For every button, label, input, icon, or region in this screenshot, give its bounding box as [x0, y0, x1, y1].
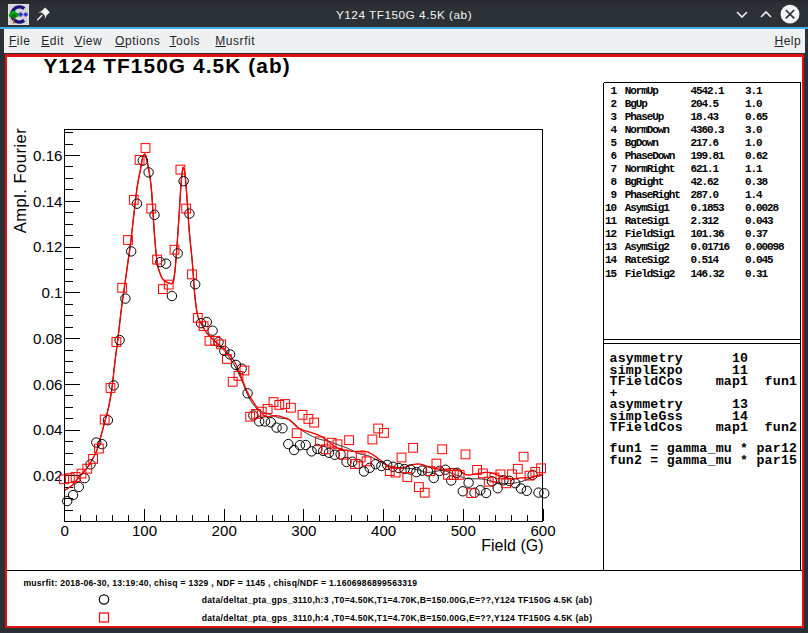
- svg-text:101.36: 101.36: [691, 228, 725, 240]
- svg-text:NormRight: NormRight: [625, 163, 675, 175]
- svg-text:500: 500: [451, 522, 476, 539]
- svg-text:0.12: 0.12: [33, 238, 62, 255]
- svg-text:287.0: 287.0: [691, 189, 719, 201]
- svg-text:0.1853: 0.1853: [691, 202, 726, 214]
- svg-text:100: 100: [132, 522, 157, 539]
- svg-text:0.31: 0.31: [745, 268, 769, 280]
- svg-text:0.045: 0.045: [745, 254, 774, 266]
- svg-text:1.0: 1.0: [745, 137, 762, 149]
- svg-text:42.62: 42.62: [691, 176, 719, 188]
- svg-text:9: 9: [610, 189, 616, 201]
- svg-text:11: 11: [605, 215, 618, 227]
- svg-text:400: 400: [371, 522, 396, 539]
- svg-text:FieldSig2: FieldSig2: [625, 268, 675, 280]
- svg-text:200: 200: [212, 522, 237, 539]
- svg-text:RateSig1: RateSig1: [625, 215, 671, 227]
- svg-text:0.514: 0.514: [691, 254, 720, 266]
- svg-text:15: 15: [605, 268, 618, 280]
- svg-text:4: 4: [610, 124, 617, 136]
- svg-text:NormUp: NormUp: [625, 85, 660, 97]
- svg-text:BgUp: BgUp: [625, 98, 649, 110]
- svg-text:0.06: 0.06: [33, 376, 62, 393]
- svg-text:2.312: 2.312: [691, 215, 719, 227]
- svg-text:AsymSig1: AsymSig1: [625, 202, 671, 214]
- svg-text:0.04: 0.04: [33, 421, 62, 438]
- svg-text:8: 8: [610, 176, 617, 188]
- svg-text:204.5: 204.5: [691, 98, 720, 110]
- svg-text:0.01716: 0.01716: [691, 241, 730, 253]
- svg-text:0.65: 0.65: [745, 111, 769, 123]
- svg-text:0.043: 0.043: [745, 215, 774, 227]
- svg-text:Ampl. Fourier: Ampl. Fourier: [11, 128, 29, 234]
- svg-text:0.38: 0.38: [745, 176, 769, 188]
- svg-text:1.1: 1.1: [745, 163, 763, 175]
- svg-text:0.1: 0.1: [42, 284, 63, 301]
- svg-text:musrfit: 2018-06-30, 13:19:40,: musrfit: 2018-06-30, 13:19:40, chisq = 1…: [23, 578, 417, 588]
- svg-text:6: 6: [610, 150, 616, 162]
- svg-text:146.32: 146.32: [691, 268, 725, 280]
- svg-text:2: 2: [610, 98, 616, 110]
- svg-text:PhaseUp: PhaseUp: [625, 111, 665, 123]
- svg-text:fun2 = gamma_mu * par15: fun2 = gamma_mu * par15: [610, 453, 798, 468]
- svg-text:3: 3: [610, 111, 617, 123]
- svg-text:1.0: 1.0: [745, 98, 762, 110]
- svg-text:7: 7: [610, 163, 616, 175]
- svg-text:1.4: 1.4: [745, 189, 763, 201]
- svg-text:NormDown: NormDown: [625, 124, 670, 136]
- svg-text:FieldSig1: FieldSig1: [625, 228, 676, 240]
- svg-text:5: 5: [610, 137, 617, 149]
- svg-text:12: 12: [605, 228, 617, 240]
- svg-text:PhaseDown: PhaseDown: [625, 150, 675, 162]
- svg-text:data/deltat_pta_gps_3110,h:4 ,: data/deltat_pta_gps_3110,h:4 ,T0=4.50K,T…: [202, 613, 592, 623]
- svg-text:621.1: 621.1: [691, 163, 720, 175]
- svg-text:AsymSig2: AsymSig2: [625, 241, 670, 253]
- svg-text:0.00098: 0.00098: [745, 241, 785, 253]
- svg-text:0.16: 0.16: [33, 147, 62, 164]
- svg-text:0.02: 0.02: [33, 467, 62, 484]
- svg-text:4542.1: 4542.1: [691, 85, 726, 97]
- svg-text:13: 13: [605, 241, 618, 253]
- svg-text:Y124 TF150G 4.5K (ab): Y124 TF150G 4.5K (ab): [43, 54, 290, 77]
- svg-text:0.37: 0.37: [745, 228, 768, 240]
- svg-text:0.0028: 0.0028: [745, 202, 780, 214]
- svg-text:BgRight: BgRight: [625, 176, 664, 188]
- svg-text:199.81: 199.81: [691, 150, 726, 162]
- svg-text:14: 14: [605, 254, 618, 266]
- svg-text:217.6: 217.6: [691, 137, 719, 149]
- svg-text:18.43: 18.43: [691, 111, 720, 123]
- svg-text:RateSig2: RateSig2: [625, 254, 670, 266]
- svg-text:PhaseRight: PhaseRight: [625, 189, 681, 201]
- svg-text:TFieldCos map1 fun2: TFieldCos map1 fun2: [610, 420, 798, 435]
- svg-text:data/deltat_pta_gps_3110,h:3 ,: data/deltat_pta_gps_3110,h:3 ,T0=4.50K,T…: [202, 595, 592, 605]
- svg-text:1: 1: [610, 85, 617, 97]
- svg-text:0.62: 0.62: [745, 150, 768, 162]
- svg-text:3.1: 3.1: [745, 85, 763, 97]
- svg-text:0.14: 0.14: [33, 193, 62, 210]
- svg-text:10: 10: [605, 202, 617, 214]
- svg-text:0: 0: [61, 522, 69, 539]
- svg-text:0.08: 0.08: [33, 330, 62, 347]
- svg-text:TFieldCos map1 fun1: TFieldCos map1 fun1: [610, 374, 798, 389]
- svg-text:BgDown: BgDown: [625, 137, 659, 149]
- svg-text:300: 300: [291, 522, 316, 539]
- svg-text:4360.3: 4360.3: [691, 124, 726, 136]
- svg-text:Field (G): Field (G): [481, 537, 543, 554]
- svg-text:3.0: 3.0: [745, 124, 762, 136]
